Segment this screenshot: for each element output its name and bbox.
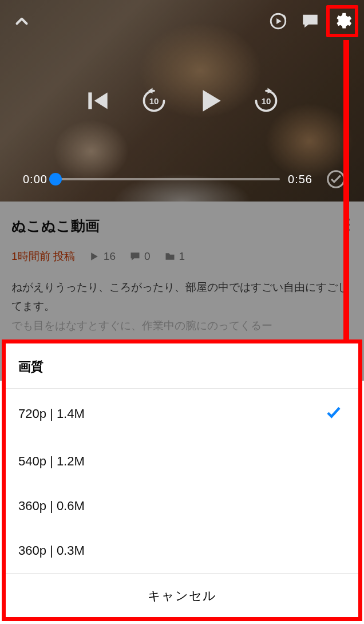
comment-count: 0 — [129, 250, 151, 263]
current-time: 0:00 — [23, 173, 48, 186]
svg-marker-10 — [91, 252, 98, 260]
folder-icon — [164, 251, 176, 262]
svg-marker-1 — [276, 18, 282, 24]
video-player: 10 10 0:00 0:56 — [0, 0, 364, 202]
video-title: ぬこぬこ動画 — [11, 216, 353, 235]
skip-previous-icon — [84, 86, 112, 115]
settings-button[interactable] — [326, 5, 358, 37]
posted-time: 1時間前 投稿 — [11, 249, 75, 264]
video-description: ねがえりうったり、ころがったり、部屋の中ではすごい自由にすごしてます。 でも目を… — [11, 278, 353, 335]
view-count: 16 — [89, 250, 116, 263]
cancel-button[interactable]: キャンセル — [6, 573, 358, 617]
comment-small-icon — [129, 251, 141, 262]
progress-thumb[interactable] — [49, 173, 62, 185]
previous-button[interactable] — [80, 83, 116, 119]
top-bar — [0, 0, 364, 42]
progress-track[interactable] — [56, 178, 280, 180]
quality-option-label: 540p | 1.2M — [18, 454, 85, 469]
forward-10-icon: 10 — [252, 86, 280, 115]
forward-10-button[interactable]: 10 — [248, 83, 284, 119]
quality-option-label: 720p | 1.4M — [18, 406, 85, 421]
rewind-10-button[interactable]: 10 — [136, 83, 172, 119]
comment-icon — [300, 11, 320, 31]
progress-bar-row: 0:00 0:56 — [0, 168, 364, 190]
quality-option-360p-low[interactable]: 360p | 0.3M — [6, 528, 358, 573]
check-icon — [325, 404, 342, 424]
center-controls: 10 10 — [80, 83, 284, 119]
video-meta-row: 1時間前 投稿 16 0 1 — [11, 249, 353, 264]
play-button[interactable] — [192, 83, 228, 119]
mylist-count: 1 — [164, 250, 185, 263]
duration: 0:56 — [288, 173, 312, 186]
annotation-connector — [343, 40, 349, 343]
quality-option-360p-high[interactable]: 360p | 0.6M — [6, 484, 358, 528]
quality-option-label: 360p | 0.3M — [18, 543, 85, 558]
svg-marker-6 — [203, 90, 221, 112]
autoplay-icon — [268, 11, 288, 31]
view-count-value: 16 — [104, 250, 116, 263]
quality-option-720p[interactable]: 720p | 1.4M — [6, 389, 358, 439]
svg-text:10: 10 — [149, 96, 159, 106]
rewind-10-icon: 10 — [140, 86, 168, 115]
mylist-count-value: 1 — [179, 250, 185, 263]
description-line-1: ねがえりうったり、ころがったり、部屋の中ではすごい自由にすごしてます。 — [11, 281, 349, 312]
quality-option-label: 360p | 0.6M — [18, 499, 85, 514]
comment-toggle-button[interactable] — [294, 5, 326, 37]
play-icon — [196, 86, 224, 115]
collapse-button[interactable] — [6, 5, 38, 37]
quality-option-540p[interactable]: 540p | 1.2M — [6, 439, 358, 484]
svg-text:10: 10 — [262, 96, 271, 106]
svg-marker-3 — [94, 92, 108, 109]
description-line-2: でも目をはなすとすぐに、作業中の腕にのってくるー — [11, 319, 272, 331]
svg-rect-2 — [88, 92, 92, 109]
autoplay-button[interactable] — [262, 5, 294, 37]
chevron-up-icon — [12, 11, 31, 31]
gear-icon — [333, 11, 352, 31]
quality-sheet: 画質 720p | 1.4M 540p | 1.2M 360p | 0.6M 3… — [2, 339, 362, 621]
play-small-icon — [89, 251, 100, 262]
quality-sheet-title: 画質 — [6, 343, 358, 389]
comment-count-value: 0 — [144, 250, 151, 263]
